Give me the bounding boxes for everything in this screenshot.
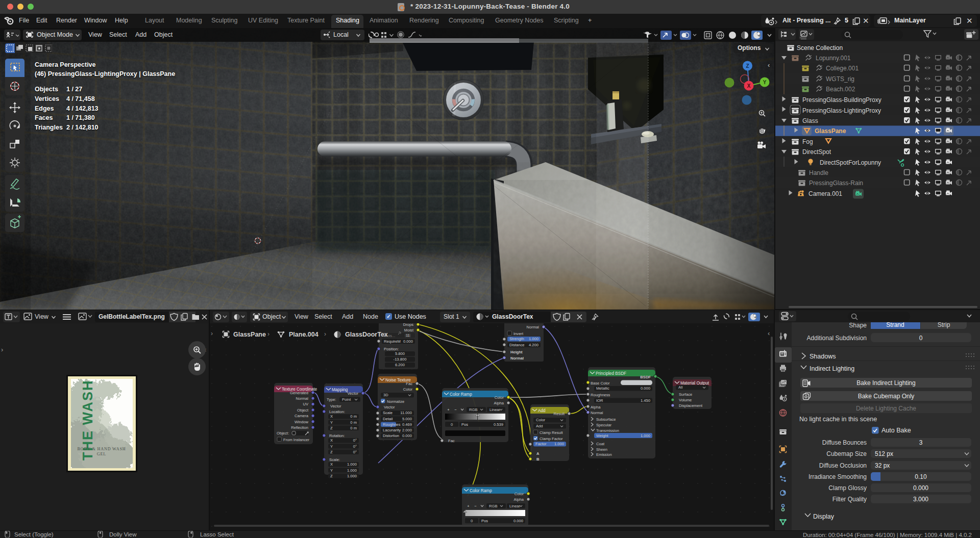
svg-text:Moist: Moist <box>404 328 414 332</box>
svg-text:Delete Lighting Cache: Delete Lighting Cache <box>856 405 916 412</box>
svg-text:0.000: 0.000 <box>513 519 523 523</box>
svg-text:Fac: Fac <box>448 439 455 443</box>
svg-text:Add: Add <box>538 408 546 413</box>
svg-text:Alpha: Alpha <box>591 405 601 409</box>
svg-text:Volume: Volume <box>679 398 692 402</box>
svg-text:0.000: 0.000 <box>913 484 928 492</box>
svg-text:Alpha: Alpha <box>494 401 504 405</box>
svg-text:Object: Object <box>297 408 309 413</box>
svg-text:Principled BSDF: Principled BSDF <box>596 371 626 376</box>
svg-text:DirectSpot: DirectSpot <box>802 148 831 156</box>
svg-text:Camera: Camera <box>295 414 309 418</box>
svg-text:−: − <box>454 407 457 412</box>
svg-text:IOR: IOR <box>596 398 603 403</box>
svg-text:GEL: GEL <box>97 452 106 456</box>
svg-text:Factor: Factor <box>535 442 547 446</box>
svg-text:1.450: 1.450 <box>641 398 650 403</box>
svg-text:Mapping: Mapping <box>332 388 348 392</box>
svg-text:BSDF: BSDF <box>640 375 651 379</box>
svg-text:0.539: 0.539 <box>494 422 503 427</box>
svg-text:Additional Subdivision: Additional Subdivision <box>807 335 867 342</box>
svg-text:Linear: Linear <box>489 407 501 412</box>
svg-text:Y: Y <box>763 80 767 85</box>
svg-text:Normal: Normal <box>527 325 540 329</box>
svg-text:Normal: Normal <box>296 396 309 401</box>
svg-text:Material Output: Material Output <box>680 381 709 386</box>
svg-text:3D: 3D <box>383 393 388 397</box>
svg-text:Rotation:: Rotation: <box>329 433 345 438</box>
svg-text:Indirect Lighting: Indirect Lighting <box>810 365 854 372</box>
svg-text:Color: Color <box>403 387 413 392</box>
svg-text:RGB: RGB <box>489 504 497 508</box>
svg-text:0 m: 0 m <box>350 414 357 419</box>
svg-text:2.000: 2.000 <box>402 428 412 432</box>
svg-text:Shadows: Shadows <box>810 353 836 360</box>
svg-text:Lasso Select: Lasso Select <box>200 531 234 537</box>
svg-text:Z: Z <box>746 63 749 69</box>
svg-text:DirectSpotForLopunny: DirectSpotForLopunny <box>820 159 881 166</box>
svg-text:Object:: Object: <box>277 431 289 435</box>
svg-text:Reflection: Reflection <box>291 425 308 430</box>
svg-text:Distance: Distance <box>509 343 525 347</box>
svg-text:5.800: 5.800 <box>395 351 405 356</box>
svg-text:Scene Collection: Scene Collection <box>797 44 843 52</box>
svg-text:Irradiance Smoothing: Irradiance Smoothing <box>808 473 867 480</box>
svg-text:Normalize: Normalize <box>387 399 404 404</box>
svg-text:X: X <box>330 414 333 419</box>
svg-text:4.200: 4.200 <box>529 343 538 347</box>
svg-text:Sheen: Sheen <box>596 447 607 452</box>
svg-text:A: A <box>536 451 540 456</box>
svg-text:No light cache in this scene: No light cache in this scene <box>799 416 877 423</box>
svg-text:Point: Point <box>342 397 351 402</box>
svg-text:Roughness: Roughness <box>591 393 610 397</box>
svg-text:Subsurface: Subsurface <box>596 417 616 422</box>
svg-text:512 px: 512 px <box>875 450 893 457</box>
svg-text:Handle: Handle <box>809 169 828 176</box>
svg-text:X: X <box>747 83 751 89</box>
svg-text:B: B <box>536 457 540 462</box>
svg-text:5.000: 5.000 <box>402 417 412 421</box>
svg-text:11: 11 <box>406 334 409 337</box>
svg-text:0: 0 <box>471 519 473 523</box>
svg-text:0.10: 0.10 <box>915 473 927 480</box>
svg-text:0: 0 <box>451 422 453 427</box>
svg-text:Y: Y <box>330 468 333 473</box>
svg-text:BODY & HAND WASH: BODY & HAND WASH <box>78 447 126 451</box>
svg-text:Strength: Strength <box>509 337 524 341</box>
svg-text:Scale: Scale <box>383 411 393 415</box>
svg-text:Glass: Glass <box>802 117 818 124</box>
svg-text:From Instancer: From Instancer <box>283 438 310 442</box>
svg-text:All: All <box>678 385 683 390</box>
svg-text:Strand: Strand <box>886 321 904 328</box>
svg-text:Distortion: Distortion <box>383 433 399 438</box>
svg-text:Clamp Glossy: Clamp Glossy <box>828 484 867 492</box>
svg-text:0°: 0° <box>353 444 357 449</box>
svg-text:Linear: Linear <box>509 504 521 508</box>
svg-text:Z: Z <box>330 474 333 478</box>
svg-text:Vector: Vector <box>347 391 358 396</box>
svg-text:Generated: Generated <box>290 391 308 395</box>
svg-text:0°: 0° <box>353 450 357 454</box>
svg-text:0: 0 <box>919 335 923 342</box>
svg-text:Beach.002: Beach.002 <box>826 86 855 93</box>
svg-text:3.000: 3.000 <box>913 496 928 503</box>
svg-text:3: 3 <box>919 439 923 446</box>
svg-text:GlassPane: GlassPane <box>815 127 846 135</box>
svg-text:Color: Color <box>514 492 524 496</box>
svg-text:Surface: Surface <box>679 392 692 397</box>
svg-text:32 px: 32 px <box>875 462 890 469</box>
svg-text:Normal: Normal <box>591 411 603 415</box>
svg-text:Type:: Type: <box>327 397 336 402</box>
svg-text:0 m: 0 m <box>350 420 357 425</box>
svg-text:1.000: 1.000 <box>529 337 538 341</box>
svg-text:Invert: Invert <box>513 331 524 336</box>
svg-text:Emission: Emission <box>596 452 612 457</box>
svg-text:Diffuse Bounces: Diffuse Bounces <box>822 439 867 446</box>
svg-text:0 m: 0 m <box>350 426 357 430</box>
svg-text:Alpha: Alpha <box>514 497 524 502</box>
svg-text:Detail: Detail <box>383 417 393 421</box>
svg-text:1.000: 1.000 <box>641 433 650 438</box>
svg-text:Window: Window <box>295 420 309 424</box>
svg-text:PressingGlass-Rain: PressingGlass-Rain <box>809 180 863 187</box>
svg-text:Scale:: Scale: <box>329 457 340 462</box>
